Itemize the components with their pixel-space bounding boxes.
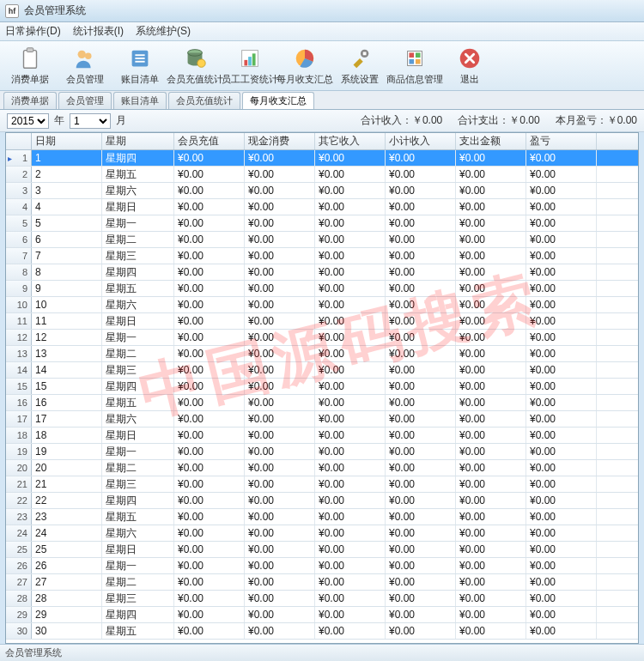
table-row[interactable]: 2424星期六¥0.00¥0.00¥0.00¥0.00¥0.00¥0.00 <box>6 525 638 542</box>
cell-value: ¥0.00 <box>526 264 597 280</box>
table-row[interactable]: 2929星期四¥0.00¥0.00¥0.00¥0.00¥0.00¥0.00 <box>6 607 638 623</box>
table-row[interactable]: 2121星期三¥0.00¥0.00¥0.00¥0.00¥0.00¥0.00 <box>6 476 638 493</box>
col-subtotal[interactable]: 小计收入 <box>386 133 456 149</box>
cell-value: ¥0.00 <box>315 460 386 476</box>
cell-date: 8 <box>32 264 102 280</box>
cell-value: ¥0.00 <box>174 509 245 525</box>
ledger-list-button[interactable]: 账目清单 <box>113 43 167 89</box>
col-date[interactable]: 日期 <box>32 133 102 149</box>
recharge-stats-button[interactable]: 会员充值统计 <box>168 43 222 89</box>
status-bar: 会员管理系统 <box>0 644 644 661</box>
row-header: 3 <box>6 183 32 198</box>
cell-week: 星期四 <box>102 493 174 508</box>
table-row[interactable]: 44星期日¥0.00¥0.00¥0.00¥0.00¥0.00¥0.00 <box>6 199 638 215</box>
toolbar: 消费单据会员管理账目清单会员充值统计员工工资统计每月收支汇总系统设置商品信息管理… <box>0 41 644 91</box>
cell-value: ¥0.00 <box>526 313 597 329</box>
table-row[interactable]: 2222星期四¥0.00¥0.00¥0.00¥0.00¥0.00¥0.00 <box>6 493 638 509</box>
menu-maint[interactable]: 系统维护(S) <box>136 24 191 39</box>
table-row[interactable]: 2020星期二¥0.00¥0.00¥0.00¥0.00¥0.00¥0.00 <box>6 460 638 476</box>
cell-value: ¥0.00 <box>245 623 315 639</box>
table-row[interactable]: 2626星期一¥0.00¥0.00¥0.00¥0.00¥0.00¥0.00 <box>6 558 638 574</box>
tab-monthly[interactable]: 每月收支汇总 <box>242 92 314 109</box>
cell-date: 1 <box>32 150 102 166</box>
table-row[interactable]: 1414星期三¥0.00¥0.00¥0.00¥0.00¥0.00¥0.00 <box>6 362 638 379</box>
cell-value: ¥0.00 <box>174 215 245 231</box>
table-row[interactable]: 55星期一¥0.00¥0.00¥0.00¥0.00¥0.00¥0.00 <box>6 215 638 232</box>
window-title: 会员管理系统 <box>24 3 86 18</box>
filter-bar: 2015 年 1 月 合计收入：￥0.00 合计支出：￥0.00 本月盈亏：￥0… <box>0 110 644 132</box>
table-row[interactable]: 33星期六¥0.00¥0.00¥0.00¥0.00¥0.00¥0.00 <box>6 183 638 199</box>
col-profit[interactable]: 盈亏 <box>526 133 597 149</box>
monthly-summary-button[interactable]: 每月收支汇总 <box>278 43 331 89</box>
exit-button[interactable]: 退出 <box>443 43 496 89</box>
table-row[interactable]: 1818星期日¥0.00¥0.00¥0.00¥0.00¥0.00¥0.00 <box>6 428 638 444</box>
table-row[interactable]: 11星期四¥0.00¥0.00¥0.00¥0.00¥0.00¥0.00 <box>6 150 638 167</box>
cell-value: ¥0.00 <box>315 150 386 166</box>
cell-value: ¥0.00 <box>456 232 526 247</box>
cell-week: 星期六 <box>102 183 174 198</box>
cell-value: ¥0.00 <box>386 297 456 312</box>
cell-value: ¥0.00 <box>174 313 245 329</box>
cell-value: ¥0.00 <box>315 574 386 590</box>
table-row[interactable]: 2727星期二¥0.00¥0.00¥0.00¥0.00¥0.00¥0.00 <box>6 574 638 591</box>
cell-value: ¥0.00 <box>456 362 526 378</box>
cell-week: 星期二 <box>102 460 174 476</box>
cell-value: ¥0.00 <box>174 558 245 573</box>
cell-value: ¥0.00 <box>386 183 456 198</box>
cell-value: ¥0.00 <box>245 525 315 541</box>
cell-week: 星期日 <box>102 428 174 443</box>
cell-value: ¥0.00 <box>315 199 386 215</box>
table-row[interactable]: 88星期四¥0.00¥0.00¥0.00¥0.00¥0.00¥0.00 <box>6 264 638 281</box>
table-row[interactable]: 1919星期一¥0.00¥0.00¥0.00¥0.00¥0.00¥0.00 <box>6 444 638 460</box>
col-expense[interactable]: 支出金额 <box>456 133 526 149</box>
col-recharge[interactable]: 会员充值 <box>174 133 245 149</box>
tab-member[interactable]: 会员管理 <box>58 92 112 109</box>
table-row[interactable]: 1616星期五¥0.00¥0.00¥0.00¥0.00¥0.00¥0.00 <box>6 395 638 411</box>
table-row[interactable]: 77星期三¥0.00¥0.00¥0.00¥0.00¥0.00¥0.00 <box>6 248 638 264</box>
col-cash[interactable]: 现金消费 <box>245 133 315 149</box>
table-row[interactable]: 1111星期日¥0.00¥0.00¥0.00¥0.00¥0.00¥0.00 <box>6 313 638 330</box>
table-row[interactable]: 1010星期六¥0.00¥0.00¥0.00¥0.00¥0.00¥0.00 <box>6 297 638 313</box>
salary-stats-button[interactable]: 员工工资统计 <box>223 43 276 89</box>
month-select[interactable]: 1 <box>70 113 111 129</box>
cell-value: ¥0.00 <box>386 379 456 394</box>
table-row[interactable]: 1212星期一¥0.00¥0.00¥0.00¥0.00¥0.00¥0.00 <box>6 330 638 346</box>
table-row[interactable]: 1717星期六¥0.00¥0.00¥0.00¥0.00¥0.00¥0.00 <box>6 411 638 428</box>
cell-value: ¥0.00 <box>315 623 386 639</box>
sys-settings-button[interactable]: 系统设置 <box>333 43 386 89</box>
tab-recharge[interactable]: 会员充值统计 <box>168 92 240 109</box>
table-row[interactable]: 2525星期日¥0.00¥0.00¥0.00¥0.00¥0.00¥0.00 <box>6 542 638 558</box>
year-select[interactable]: 2015 <box>7 113 49 129</box>
clipboard-icon <box>17 45 43 71</box>
db-icon <box>182 45 208 71</box>
row-header: 22 <box>6 493 32 508</box>
menu-daily[interactable]: 日常操作(D) <box>5 24 61 39</box>
table-row[interactable]: 2828星期三¥0.00¥0.00¥0.00¥0.00¥0.00¥0.00 <box>6 591 638 607</box>
cell-value: ¥0.00 <box>315 542 386 557</box>
toolbar-label: 商品信息管理 <box>386 73 443 86</box>
row-header: 19 <box>6 444 32 459</box>
cell-week: 星期一 <box>102 330 174 345</box>
table-row[interactable]: 3030星期五¥0.00¥0.00¥0.00¥0.00¥0.00¥0.00 <box>6 623 638 640</box>
cell-week: 星期六 <box>102 297 174 312</box>
table-row[interactable]: 1313星期二¥0.00¥0.00¥0.00¥0.00¥0.00¥0.00 <box>6 346 638 362</box>
col-other[interactable]: 其它收入 <box>315 133 386 149</box>
table-row[interactable]: 66星期二¥0.00¥0.00¥0.00¥0.00¥0.00¥0.00 <box>6 232 638 248</box>
consume-receipt-button[interactable]: 消费单据 <box>3 43 57 89</box>
row-header: 15 <box>6 379 32 394</box>
col-week[interactable]: 星期 <box>102 133 174 149</box>
svg-rect-1 <box>27 48 33 52</box>
table-row[interactable]: 22星期五¥0.00¥0.00¥0.00¥0.00¥0.00¥0.00 <box>6 167 638 183</box>
member-manage-button[interactable]: 会员管理 <box>58 43 112 89</box>
cell-value: ¥0.00 <box>386 476 456 492</box>
menu-report[interactable]: 统计报表(I) <box>73 24 124 39</box>
tab-consume[interactable]: 消费单据 <box>3 92 57 109</box>
product-info-button[interactable]: 商品信息管理 <box>388 43 441 89</box>
svg-rect-22 <box>416 59 421 64</box>
table-row[interactable]: 99星期五¥0.00¥0.00¥0.00¥0.00¥0.00¥0.00 <box>6 281 638 297</box>
tab-ledger[interactable]: 账目清单 <box>113 92 167 109</box>
grid-body[interactable]: 11星期四¥0.00¥0.00¥0.00¥0.00¥0.00¥0.0022星期五… <box>6 150 638 643</box>
table-row[interactable]: 2323星期五¥0.00¥0.00¥0.00¥0.00¥0.00¥0.00 <box>6 509 638 525</box>
cell-value: ¥0.00 <box>456 395 526 410</box>
table-row[interactable]: 1515星期四¥0.00¥0.00¥0.00¥0.00¥0.00¥0.00 <box>6 379 638 395</box>
